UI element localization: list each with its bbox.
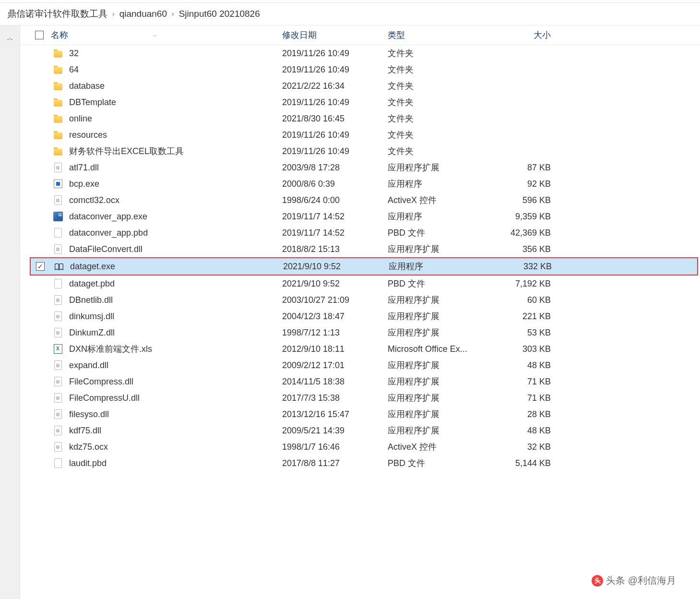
file-row[interactable]: expand.dll 2009/2/12 17:01 应用程序扩展 48 KB (20, 357, 700, 373)
file-date: 2014/11/5 18:38 (282, 377, 388, 387)
file-type: 应用程序 (388, 211, 488, 222)
breadcrumb-item-3[interactable]: Sjinput60 20210826 (179, 9, 260, 19)
file-name[interactable]: atl71.dll (69, 163, 282, 173)
file-name[interactable]: dataget.pbd (69, 279, 282, 289)
file-date: 2013/12/16 15:47 (282, 409, 388, 419)
file-row[interactable]: FileCompressU.dll 2017/7/3 15:38 应用程序扩展 … (20, 390, 700, 406)
file-row[interactable]: 64 2019/11/26 10:49 文件夹 (20, 61, 700, 78)
file-name[interactable]: FileCompress.dll (69, 377, 282, 387)
file-name[interactable]: FileCompressU.dll (69, 393, 282, 403)
file-date: 2012/9/10 18:11 (282, 344, 388, 354)
file-row[interactable]: dinkumsj.dll 2004/12/3 18:47 应用程序扩展 221 … (20, 308, 700, 324)
file-row[interactable]: FileCompress.dll 2014/11/5 18:38 应用程序扩展 … (20, 373, 700, 390)
row-checkbox[interactable] (36, 262, 45, 271)
file-row[interactable]: DataFileConvert.dll 2018/8/2 15:13 应用程序扩… (20, 241, 700, 257)
file-date: 2000/8/6 0:39 (282, 179, 388, 189)
folder-icon (54, 116, 62, 123)
file-row[interactable]: comctl32.ocx 1998/6/24 0:00 ActiveX 控件 5… (20, 192, 700, 208)
excel-icon (54, 344, 62, 354)
file-size: 221 KB (488, 311, 560, 322)
watermark: 头 头条 @利信海月 (592, 574, 676, 587)
breadcrumb-item-2[interactable]: qianduan60 (119, 9, 167, 19)
file-row[interactable]: database 2021/2/22 16:34 文件夹 (20, 78, 700, 94)
file-name[interactable]: dataconver_app.exe (69, 212, 282, 222)
file-name[interactable]: dataget.exe (70, 262, 283, 272)
file-row[interactable]: 财务软件导出EXCEL取数工具 2019/11/26 10:49 文件夹 (20, 143, 700, 159)
file-row[interactable]: laudit.pbd 2017/8/8 11:27 PBD 文件 5,144 K… (20, 455, 700, 471)
file-name[interactable]: DBTemplate (69, 97, 282, 108)
file-name[interactable]: dataconver_app.pbd (69, 228, 282, 238)
file-row[interactable]: DBTemplate 2019/11/26 10:49 文件夹 (20, 94, 700, 110)
file-type: 文件夹 (388, 64, 488, 75)
file-type: 应用程序扩展 (388, 243, 488, 255)
file-row[interactable]: kdz75.ocx 1998/1/7 16:46 ActiveX 控件 32 K… (20, 439, 700, 455)
file-row[interactable]: atl71.dll 2003/9/8 17:28 应用程序扩展 87 KB (20, 159, 700, 176)
file-row[interactable]: dataget.exe 2021/9/10 9:52 应用程序 332 KB (31, 258, 697, 275)
file-name[interactable]: 32 (69, 48, 282, 59)
file-name[interactable]: filesyso.dll (69, 409, 282, 419)
file-name[interactable]: 财务软件导出EXCEL取数工具 (69, 145, 282, 157)
file-date: 2019/11/7 14:52 (282, 212, 388, 222)
breadcrumb[interactable]: 鼎信诺审计软件取数工具 › qianduan60 › Sjinput60 202… (0, 3, 700, 25)
file-size: 28 KB (488, 409, 560, 419)
file-row[interactable]: DXN标准前端文件.xls 2012/9/10 18:11 Microsoft … (20, 341, 700, 357)
chevron-right-icon: › (112, 10, 115, 18)
folder-icon (54, 67, 62, 74)
file-date: 2019/11/7 14:52 (282, 228, 388, 238)
file-name[interactable]: kdf75.dll (69, 426, 282, 436)
column-header-date[interactable]: 修改日期 (282, 29, 388, 41)
file-name[interactable]: database (69, 81, 282, 91)
file-size: 48 KB (488, 360, 560, 371)
file-name[interactable]: bcp.exe (69, 179, 282, 189)
file-type: 文件夹 (388, 96, 488, 108)
file-size: 5,144 KB (488, 458, 560, 468)
file-list: 32 2019/11/26 10:49 文件夹 64 2019/11/26 10… (20, 45, 700, 471)
file-icon (54, 228, 62, 238)
column-header-row: 名称 ︿ 修改日期 类型 大小 (20, 25, 700, 45)
file-name[interactable]: expand.dll (69, 360, 282, 371)
column-header-type[interactable]: 类型 (388, 29, 488, 41)
file-size: 92 KB (488, 179, 560, 189)
file-date: 1998/6/24 0:00 (282, 195, 388, 205)
file-name[interactable]: comctl32.ocx (69, 195, 282, 205)
file-type: 应用程序扩展 (388, 294, 488, 306)
file-name[interactable]: DBnetlib.dll (69, 295, 282, 305)
file-name[interactable]: laudit.pbd (69, 458, 282, 468)
file-row[interactable]: kdf75.dll 2009/5/21 14:39 应用程序扩展 48 KB (20, 422, 700, 439)
dll-icon (54, 244, 62, 254)
file-name[interactable]: kdz75.ocx (69, 442, 282, 452)
nav-strip[interactable]: ︿ (0, 25, 20, 599)
file-row[interactable]: DBnetlib.dll 2003/10/27 21:09 应用程序扩展 60 … (20, 292, 700, 308)
dll-icon (54, 442, 62, 452)
file-name[interactable]: DinkumZ.dll (69, 328, 282, 338)
file-type: 应用程序扩展 (388, 408, 488, 420)
file-row[interactable]: dataconver_app.pbd 2019/11/7 14:52 PBD 文… (20, 225, 700, 241)
file-row[interactable]: filesyso.dll 2013/12/16 15:47 应用程序扩展 28 … (20, 406, 700, 422)
file-name[interactable]: dinkumsj.dll (69, 311, 282, 322)
file-name[interactable]: 64 (69, 65, 282, 75)
select-all-checkbox[interactable] (35, 31, 44, 39)
file-row[interactable]: online 2021/8/30 16:45 文件夹 (20, 110, 700, 127)
file-type: ActiveX 控件 (388, 441, 488, 453)
file-name[interactable]: DXN标准前端文件.xls (69, 343, 282, 355)
column-header-name[interactable]: 名称 ︿ (49, 29, 282, 41)
file-row[interactable]: 32 2019/11/26 10:49 文件夹 (20, 45, 700, 61)
chevron-up-icon[interactable]: ︿ (7, 34, 13, 599)
file-size: 71 KB (488, 393, 560, 403)
dll-icon (54, 393, 62, 403)
file-row[interactable]: dataconver_app.exe 2019/11/7 14:52 应用程序 … (20, 208, 700, 225)
file-name[interactable]: online (69, 114, 282, 124)
file-name[interactable]: resources (69, 130, 282, 140)
file-icon (54, 279, 62, 288)
file-row[interactable]: dataget.pbd 2021/9/10 9:52 PBD 文件 7,192 … (20, 276, 700, 292)
book-icon (54, 263, 64, 270)
chevron-right-icon: › (172, 10, 174, 18)
column-header-size[interactable]: 大小 (488, 29, 560, 41)
breadcrumb-item-1[interactable]: 鼎信诺审计软件取数工具 (7, 8, 107, 20)
file-date: 2009/5/21 14:39 (282, 426, 388, 436)
file-row[interactable]: resources 2019/11/26 10:49 文件夹 (20, 127, 700, 143)
file-name[interactable]: DataFileConvert.dll (69, 244, 282, 254)
file-row[interactable]: bcp.exe 2000/8/6 0:39 应用程序 92 KB (20, 176, 700, 192)
file-row[interactable]: DinkumZ.dll 1998/7/12 1:13 应用程序扩展 53 KB (20, 324, 700, 341)
file-date: 2021/2/22 16:34 (282, 81, 388, 91)
